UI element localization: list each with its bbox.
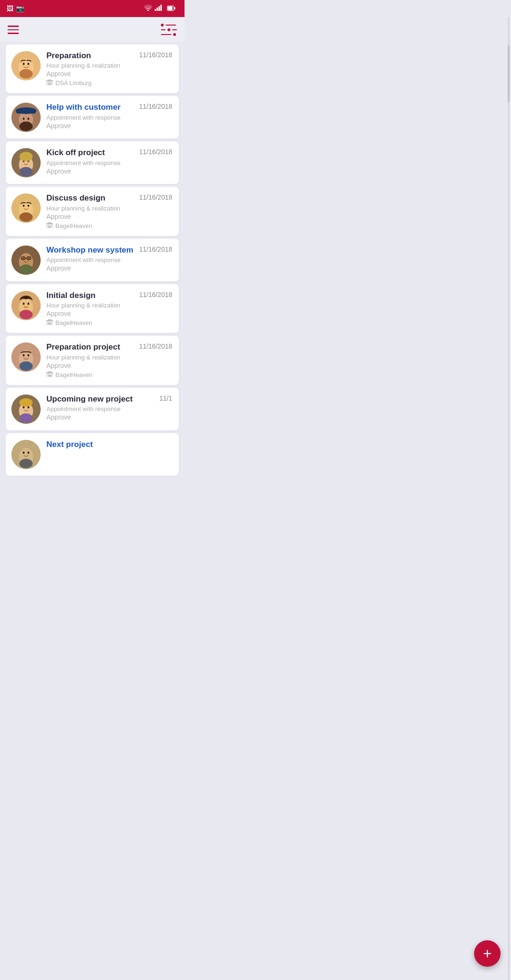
avatar (11, 440, 41, 469)
svg-rect-44 (49, 225, 50, 226)
list-item[interactable]: Discuss design 11/16/2018 Hour planning … (6, 187, 179, 236)
svg-rect-14 (48, 82, 49, 83)
svg-point-96 (19, 413, 33, 423)
status-bar-right (144, 5, 178, 12)
photo-icon: 🖼 (7, 5, 13, 12)
svg-point-34 (19, 152, 33, 161)
svg-rect-71 (51, 323, 52, 324)
building-icon (46, 319, 53, 326)
avatar (11, 193, 41, 223)
item-header-row: Initial design 11/16/2018 (46, 291, 172, 300)
battery-icon (167, 5, 176, 12)
item-action: Approve (46, 413, 172, 421)
item-action: Approve (46, 213, 172, 220)
svg-rect-43 (48, 225, 49, 226)
org-name: DSA Limburg (55, 79, 92, 87)
svg-rect-70 (48, 323, 49, 324)
item-title: Upcoming new project (46, 394, 157, 404)
item-title: Help with customer (46, 103, 136, 112)
svg-rect-87 (49, 375, 51, 377)
item-date: 11/1 (159, 394, 172, 402)
svg-rect-18 (51, 83, 52, 84)
building-icon (46, 222, 53, 229)
item-title: Next project (46, 440, 172, 449)
filter-line-1 (161, 24, 177, 26)
item-title: Preparation project (46, 342, 136, 352)
header-left (8, 26, 26, 34)
item-content: Upcoming new project 11/1 Appointment wi… (46, 394, 172, 421)
item-header-row: Preparation project 11/16/2018 (46, 342, 172, 352)
avatar (11, 342, 41, 372)
item-content: Next project (46, 440, 172, 449)
item-date: 11/16/2018 (139, 245, 172, 253)
item-title: Initial design (46, 291, 136, 300)
item-title: Workshop new system (46, 245, 136, 255)
item-type: Appointment with response (46, 256, 172, 263)
svg-point-78 (23, 354, 25, 357)
camera-icon: 📷 (16, 5, 24, 12)
item-org: BagelHeaven (46, 222, 172, 229)
item-header-row: Upcoming new project 11/1 (46, 394, 172, 404)
svg-point-10 (23, 63, 25, 65)
svg-rect-86 (51, 375, 52, 376)
item-content: Initial design 11/16/2018 Hour planning … (46, 291, 172, 326)
filter-line-2 (161, 28, 177, 31)
item-header-row: Preparation 11/16/2018 (46, 51, 172, 61)
list-item[interactable]: Kick off project 11/16/2018 Appointment … (6, 141, 179, 184)
svg-rect-72 (49, 323, 51, 325)
avatar (11, 51, 41, 80)
svg-rect-89 (48, 371, 51, 373)
item-date: 11/16/2018 (139, 291, 172, 298)
svg-point-100 (23, 451, 25, 454)
item-date: 11/16/2018 (139, 103, 172, 110)
svg-rect-19 (49, 83, 51, 85)
item-header-row: Next project (46, 440, 172, 449)
list-item[interactable]: Upcoming new project 11/1 Appointment wi… (6, 388, 179, 430)
svg-point-11 (27, 63, 29, 65)
svg-point-101 (27, 451, 29, 454)
avatar (11, 103, 41, 132)
item-type: Appointment with response (46, 114, 172, 121)
list-item[interactable]: Preparation 11/16/2018 Hour planning & r… (6, 44, 179, 93)
svg-point-65 (19, 310, 33, 319)
item-date: 11/16/2018 (139, 342, 172, 350)
list-item[interactable]: Workshop new system 11/16/2018 Appointme… (6, 239, 179, 281)
svg-point-41 (19, 212, 33, 222)
avatar (11, 394, 41, 424)
svg-rect-2 (159, 6, 160, 11)
workflow-list: Preparation 11/16/2018 Hour planning & r… (0, 44, 185, 518)
svg-rect-0 (155, 9, 156, 11)
item-title: Discuss design (46, 193, 136, 203)
filter-line-3 (161, 33, 177, 36)
org-name: BagelHeaven (55, 222, 92, 229)
item-type: Appointment with response (46, 159, 172, 166)
org-name: BagelHeaven (55, 319, 92, 326)
svg-rect-74 (48, 319, 51, 321)
svg-rect-17 (48, 83, 49, 84)
item-date: 11/16/2018 (139, 51, 172, 59)
item-content: Workshop new system 11/16/2018 Appointme… (46, 245, 172, 272)
svg-point-35 (19, 167, 33, 176)
item-content: Help with customer 11/16/2018 Appointmen… (46, 103, 172, 129)
list-item[interactable]: Initial design 11/16/2018 Hour planning … (6, 284, 179, 333)
item-header-row: Kick off project 11/16/2018 (46, 148, 172, 158)
list-item[interactable]: Preparation project 11/16/2018 Hour plan… (6, 336, 179, 385)
avatar (11, 148, 41, 177)
avatar (11, 291, 41, 320)
filter-button[interactable] (161, 24, 177, 36)
list-item[interactable]: Help with customer 11/16/2018 Appointmen… (6, 96, 179, 139)
svg-rect-6 (174, 7, 176, 9)
svg-rect-69 (51, 322, 52, 323)
item-type: Hour planning & realization (46, 62, 172, 69)
item-type: Hour planning & realization (46, 205, 172, 212)
svg-rect-16 (51, 82, 52, 83)
svg-point-28 (19, 122, 33, 131)
org-name: BagelHeaven (55, 371, 92, 378)
svg-rect-15 (49, 82, 50, 83)
item-title: Preparation (46, 51, 136, 61)
item-type: Hour planning & realization (46, 354, 172, 361)
svg-point-27 (16, 107, 36, 114)
svg-point-79 (27, 354, 29, 357)
list-item[interactable]: Next project (6, 433, 179, 476)
menu-button[interactable] (8, 26, 19, 34)
